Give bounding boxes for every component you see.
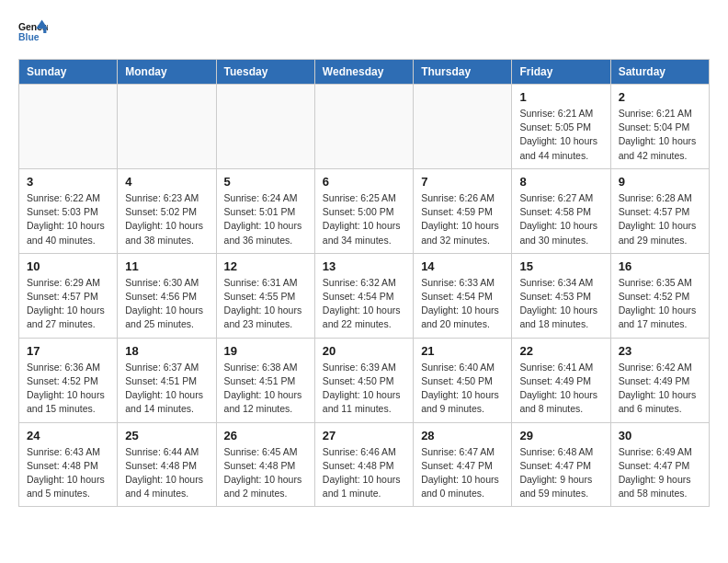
day-cell <box>216 85 314 169</box>
day-cell <box>314 85 413 169</box>
day-cell: 27Sunrise: 6:46 AM Sunset: 4:48 PM Dayli… <box>314 422 413 507</box>
weekday-header-row: SundayMondayTuesdayWednesdayThursdayFrid… <box>19 60 710 85</box>
day-info: Sunrise: 6:43 AM Sunset: 4:48 PM Dayligh… <box>27 445 109 501</box>
day-cell: 28Sunrise: 6:47 AM Sunset: 4:47 PM Dayli… <box>414 422 512 507</box>
day-cell: 23Sunrise: 6:42 AM Sunset: 4:49 PM Dayli… <box>610 338 709 422</box>
day-number: 16 <box>619 259 701 273</box>
day-info: Sunrise: 6:28 AM Sunset: 4:57 PM Dayligh… <box>619 191 701 247</box>
day-info: Sunrise: 6:37 AM Sunset: 4:51 PM Dayligh… <box>125 361 208 417</box>
day-number: 26 <box>224 429 307 442</box>
day-number: 11 <box>125 259 208 273</box>
day-info: Sunrise: 6:38 AM Sunset: 4:51 PM Dayligh… <box>224 361 307 417</box>
day-number: 21 <box>421 344 504 358</box>
weekday-header-monday: Monday <box>118 60 216 85</box>
day-cell: 12Sunrise: 6:31 AM Sunset: 4:55 PM Dayli… <box>216 253 314 338</box>
day-info: Sunrise: 6:36 AM Sunset: 4:52 PM Dayligh… <box>27 361 109 417</box>
day-number: 12 <box>224 259 307 273</box>
day-info: Sunrise: 6:23 AM Sunset: 5:02 PM Dayligh… <box>125 191 208 247</box>
day-cell: 26Sunrise: 6:45 AM Sunset: 4:48 PM Dayli… <box>216 422 314 507</box>
day-info: Sunrise: 6:42 AM Sunset: 4:49 PM Dayligh… <box>619 361 701 417</box>
day-number: 17 <box>27 344 109 358</box>
logo-icon: General Blue <box>18 18 48 44</box>
day-cell: 15Sunrise: 6:34 AM Sunset: 4:53 PM Dayli… <box>512 253 610 338</box>
day-info: Sunrise: 6:47 AM Sunset: 4:47 PM Dayligh… <box>421 445 504 501</box>
day-info: Sunrise: 6:44 AM Sunset: 4:48 PM Dayligh… <box>125 445 208 501</box>
day-cell: 17Sunrise: 6:36 AM Sunset: 4:52 PM Dayli… <box>19 338 118 422</box>
day-info: Sunrise: 6:49 AM Sunset: 4:47 PM Dayligh… <box>619 445 701 501</box>
day-info: Sunrise: 6:33 AM Sunset: 4:54 PM Dayligh… <box>421 276 504 332</box>
day-number: 19 <box>224 344 307 358</box>
week-row-3: 10Sunrise: 6:29 AM Sunset: 4:57 PM Dayli… <box>19 253 710 338</box>
day-info: Sunrise: 6:45 AM Sunset: 4:48 PM Dayligh… <box>224 445 307 501</box>
day-info: Sunrise: 6:26 AM Sunset: 4:59 PM Dayligh… <box>421 191 504 247</box>
day-number: 2 <box>619 90 701 104</box>
day-number: 3 <box>27 175 109 189</box>
day-cell: 1Sunrise: 6:21 AM Sunset: 5:05 PM Daylig… <box>512 85 610 169</box>
weekday-header-tuesday: Tuesday <box>216 60 314 85</box>
day-cell: 30Sunrise: 6:49 AM Sunset: 4:47 PM Dayli… <box>610 422 709 507</box>
day-cell: 16Sunrise: 6:35 AM Sunset: 4:52 PM Dayli… <box>610 253 709 338</box>
day-number: 9 <box>619 175 701 189</box>
header: General Blue <box>18 18 710 44</box>
day-info: Sunrise: 6:48 AM Sunset: 4:47 PM Dayligh… <box>519 445 602 501</box>
day-number: 28 <box>421 429 504 442</box>
day-cell: 19Sunrise: 6:38 AM Sunset: 4:51 PM Dayli… <box>216 338 314 422</box>
day-number: 15 <box>519 259 602 273</box>
day-info: Sunrise: 6:46 AM Sunset: 4:48 PM Dayligh… <box>323 445 405 501</box>
day-number: 13 <box>323 259 405 273</box>
weekday-header-saturday: Saturday <box>610 60 709 85</box>
day-info: Sunrise: 6:27 AM Sunset: 4:58 PM Dayligh… <box>519 191 602 247</box>
day-cell: 10Sunrise: 6:29 AM Sunset: 4:57 PM Dayli… <box>19 253 118 338</box>
day-cell: 29Sunrise: 6:48 AM Sunset: 4:47 PM Dayli… <box>512 422 610 507</box>
day-number: 23 <box>619 344 701 358</box>
day-number: 5 <box>224 175 307 189</box>
day-cell <box>414 85 512 169</box>
day-number: 10 <box>27 259 109 273</box>
week-row-4: 17Sunrise: 6:36 AM Sunset: 4:52 PM Dayli… <box>19 338 710 422</box>
day-cell: 5Sunrise: 6:24 AM Sunset: 5:01 PM Daylig… <box>216 168 314 253</box>
day-number: 4 <box>125 175 208 189</box>
week-row-5: 24Sunrise: 6:43 AM Sunset: 4:48 PM Dayli… <box>19 422 710 507</box>
day-cell: 3Sunrise: 6:22 AM Sunset: 5:03 PM Daylig… <box>19 168 118 253</box>
day-number: 25 <box>125 429 208 442</box>
day-cell: 20Sunrise: 6:39 AM Sunset: 4:50 PM Dayli… <box>314 338 413 422</box>
day-cell: 4Sunrise: 6:23 AM Sunset: 5:02 PM Daylig… <box>118 168 216 253</box>
day-number: 27 <box>323 429 405 442</box>
svg-text:Blue: Blue <box>18 32 40 42</box>
day-cell: 18Sunrise: 6:37 AM Sunset: 4:51 PM Dayli… <box>118 338 216 422</box>
day-number: 6 <box>323 175 405 189</box>
day-info: Sunrise: 6:25 AM Sunset: 5:00 PM Dayligh… <box>323 191 405 247</box>
day-info: Sunrise: 6:21 AM Sunset: 5:05 PM Dayligh… <box>519 107 602 163</box>
day-cell: 24Sunrise: 6:43 AM Sunset: 4:48 PM Dayli… <box>19 422 118 507</box>
day-cell: 2Sunrise: 6:21 AM Sunset: 5:04 PM Daylig… <box>610 85 709 169</box>
day-cell: 22Sunrise: 6:41 AM Sunset: 4:49 PM Dayli… <box>512 338 610 422</box>
day-info: Sunrise: 6:41 AM Sunset: 4:49 PM Dayligh… <box>519 361 602 417</box>
day-cell: 21Sunrise: 6:40 AM Sunset: 4:50 PM Dayli… <box>414 338 512 422</box>
weekday-header-thursday: Thursday <box>414 60 512 85</box>
day-cell <box>19 85 118 169</box>
day-cell: 11Sunrise: 6:30 AM Sunset: 4:56 PM Dayli… <box>118 253 216 338</box>
day-info: Sunrise: 6:34 AM Sunset: 4:53 PM Dayligh… <box>519 276 602 332</box>
day-info: Sunrise: 6:32 AM Sunset: 4:54 PM Dayligh… <box>323 276 405 332</box>
logo: General Blue <box>18 18 48 44</box>
day-number: 1 <box>519 90 602 104</box>
day-number: 7 <box>421 175 504 189</box>
day-number: 30 <box>619 429 701 442</box>
day-number: 14 <box>421 259 504 273</box>
day-cell: 13Sunrise: 6:32 AM Sunset: 4:54 PM Dayli… <box>314 253 413 338</box>
weekday-header-sunday: Sunday <box>19 60 118 85</box>
weekday-header-friday: Friday <box>512 60 610 85</box>
day-number: 24 <box>27 429 109 442</box>
day-number: 18 <box>125 344 208 358</box>
day-number: 29 <box>519 429 602 442</box>
day-cell: 7Sunrise: 6:26 AM Sunset: 4:59 PM Daylig… <box>414 168 512 253</box>
day-cell: 8Sunrise: 6:27 AM Sunset: 4:58 PM Daylig… <box>512 168 610 253</box>
day-info: Sunrise: 6:24 AM Sunset: 5:01 PM Dayligh… <box>224 191 307 247</box>
day-cell: 25Sunrise: 6:44 AM Sunset: 4:48 PM Dayli… <box>118 422 216 507</box>
day-info: Sunrise: 6:21 AM Sunset: 5:04 PM Dayligh… <box>619 107 701 163</box>
day-cell: 14Sunrise: 6:33 AM Sunset: 4:54 PM Dayli… <box>414 253 512 338</box>
day-number: 22 <box>519 344 602 358</box>
day-number: 20 <box>323 344 405 358</box>
day-info: Sunrise: 6:35 AM Sunset: 4:52 PM Dayligh… <box>619 276 701 332</box>
day-cell: 9Sunrise: 6:28 AM Sunset: 4:57 PM Daylig… <box>610 168 709 253</box>
